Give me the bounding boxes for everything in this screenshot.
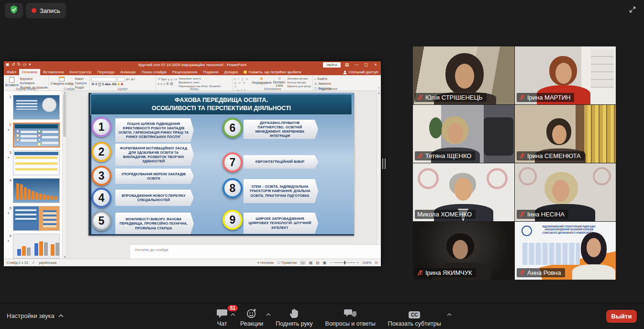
participant-tile-active-speaker[interactable]: Микола ХОМЕНКО <box>413 163 514 221</box>
copy-button[interactable]: Копіювати <box>20 81 47 85</box>
line-spacing-icon[interactable]: ↕≡ <box>174 78 178 81</box>
reading-view-icon[interactable]: ▤ <box>316 261 320 265</box>
find-button[interactable]: ⌕ Знайти <box>314 77 331 81</box>
normal-view-icon[interactable]: ▭ <box>300 261 306 265</box>
font-name-combobox[interactable] <box>91 77 116 81</box>
zoom-level[interactable]: 104% <box>362 261 371 265</box>
align-left-button[interactable]: ≡ <box>157 82 159 86</box>
align-center-button[interactable]: ≡ <box>160 82 162 86</box>
reactions-button[interactable]: Реакции <box>240 305 263 327</box>
chat-options-caret-icon[interactable] <box>231 311 235 318</box>
tab-transitions[interactable]: Переходи <box>94 69 117 75</box>
columns-button[interactable]: ▥ <box>170 82 173 86</box>
shrink-font-icon[interactable]: A˅ <box>131 78 135 81</box>
bold-button[interactable]: Ж <box>91 82 94 86</box>
qat-dropdown-icon[interactable]: ▾ <box>29 61 31 68</box>
tab-help[interactable]: Довідка <box>222 69 241 75</box>
participant-tile[interactable]: Тетяна ІЩЕНКО <box>413 105 514 163</box>
minimize-button[interactable]: — <box>353 61 360 68</box>
thumbnail-preview-4[interactable] <box>13 178 60 203</box>
numbering-button[interactable]: №≡ <box>161 78 167 81</box>
text-direction-button[interactable]: Напрямок тексту <box>178 77 221 80</box>
arrange-button[interactable]: ▦Упорядкувати <box>252 76 271 87</box>
thumbnail-preview-2[interactable] <box>13 123 60 147</box>
ribbon-display-options-icon[interactable]: ▤ <box>344 61 350 68</box>
slide-thumbnail-6[interactable]: 6 ★ <box>6 234 67 259</box>
redo-icon[interactable]: ↻ <box>17 61 21 68</box>
collapse-ribbon-icon[interactable]: ˄ <box>378 86 379 90</box>
tab-slideshow[interactable]: Показ слайдів <box>139 69 169 75</box>
tab-review[interactable]: Рецензування <box>169 69 200 75</box>
italic-button[interactable]: К <box>95 82 97 86</box>
share-button[interactable]: Спільний доступ <box>343 70 378 74</box>
justify-button[interactable]: ≣ <box>166 82 169 86</box>
align-text-button[interactable]: Вирівняти текст <box>178 81 221 84</box>
slide-canvas[interactable]: ФАХОВА ПЕРЕДВИЩА ОСВІТА. ОСОБЛИВОСТІ ТА … <box>89 93 354 236</box>
align-right-button[interactable]: ≡ <box>163 82 165 86</box>
paste-button[interactable]: Вставити <box>5 76 19 87</box>
slideshow-icon[interactable]: ▭ <box>23 61 27 68</box>
layout-button[interactable]: Макет <box>75 77 87 80</box>
quick-access-toolbar[interactable]: ▣↺↻▭▾ <box>6 61 31 68</box>
tab-design[interactable]: Конструктор <box>67 69 95 75</box>
zoom-slider[interactable]: −+ <box>330 261 359 265</box>
new-slide-button[interactable]: Створити слайд <box>50 76 73 87</box>
fit-to-window-icon[interactable]: ⊡ <box>375 261 378 265</box>
reset-button[interactable]: Скинути <box>75 81 87 85</box>
panel-divider-handle[interactable] <box>382 159 386 169</box>
thumbnail-preview-3[interactable] <box>13 150 60 175</box>
scrollbar-thumb[interactable] <box>63 94 66 137</box>
participant-tile[interactable]: Ірина МАРТИН <box>515 46 616 104</box>
spellcheck-icon[interactable]: ✓ <box>32 261 35 265</box>
recording-indicator[interactable]: Запись <box>26 3 66 18</box>
tab-insert[interactable]: Вставлення <box>40 69 67 75</box>
slide-thumbnail-3[interactable]: 3 ★ <box>6 150 67 175</box>
thumbnail-preview-5[interactable] <box>13 206 60 231</box>
grow-font-icon[interactable]: A˄ <box>126 78 130 81</box>
quick-styles-button[interactable]: ◘Експрес-стилі <box>273 76 286 87</box>
scroll-up-icon[interactable]: ▲ <box>377 91 381 94</box>
captions-button[interactable]: CC Показать субтитры <box>388 305 441 327</box>
close-button[interactable]: × <box>372 61 379 68</box>
security-shield-button[interactable] <box>5 3 23 18</box>
slide-thumbnail-2[interactable]: 2 ★ <box>6 123 67 147</box>
slide-thumbnail-5[interactable]: 5 ★ <box>6 206 67 231</box>
notes-toggle[interactable]: ≡ Нотатки <box>257 261 274 265</box>
slide-thumbnail-1[interactable]: 1 <box>6 95 67 120</box>
strikethrough-button[interactable]: abc <box>105 82 111 86</box>
indent-decrease-icon[interactable]: ≤ <box>168 78 170 81</box>
tab-view[interactable]: Подання <box>200 69 221 75</box>
thumbnail-scrollbar[interactable]: ▲ ▼ <box>62 91 67 259</box>
highlight-button[interactable]: А <box>118 82 120 86</box>
undo-icon[interactable]: ↺ <box>12 61 15 68</box>
bullets-button[interactable]: ⁝≡ <box>157 77 160 81</box>
language-indicator[interactable]: українська <box>39 261 56 265</box>
slide-sorter-view-icon[interactable]: ▦ <box>309 261 313 265</box>
replace-button[interactable]: ♺ Замінити <box>314 82 331 86</box>
notes-pane[interactable]: Нотатки до слайда <box>130 244 381 259</box>
tab-home[interactable]: Основне <box>19 69 40 75</box>
participant-tile[interactable]: ВІДОКРЕМЛЕНИЙ СТРУКТУРНИЙ ПІДРОЗДІЛ «МАШ… <box>515 222 616 280</box>
participant-tile[interactable]: Ірина ЯКИМЧУК <box>413 222 514 280</box>
shape-outline-button[interactable]: Контур фігури <box>288 81 311 84</box>
slide-scrollbar[interactable]: ▲ ▼ <box>377 91 381 259</box>
indent-increase-icon[interactable]: ≥ <box>171 78 173 81</box>
char-spacing-icon[interactable]: АВ <box>111 82 116 86</box>
leave-meeting-button[interactable]: Выйти <box>606 310 637 323</box>
participant-tile[interactable]: Ірина СЕМЕНЮТА <box>515 105 616 163</box>
thumbnail-preview-6[interactable] <box>13 234 60 259</box>
chat-button[interactable]: 51 Чат <box>216 305 228 327</box>
font-color-button[interactable]: А <box>121 82 123 86</box>
sign-in-button[interactable]: Увійти <box>323 62 341 68</box>
comments-toggle[interactable]: 🗩 Примітки <box>277 261 297 265</box>
shape-fill-button[interactable]: Заливка фігури <box>288 77 311 80</box>
restore-button[interactable]: ◻ <box>363 61 369 68</box>
scroll-down-icon[interactable]: ▼ <box>63 256 67 259</box>
tab-animations[interactable]: Анімація <box>117 69 138 75</box>
audio-settings-button[interactable]: Настройки звука <box>7 312 64 319</box>
cut-button[interactable]: Вирізати <box>20 77 47 80</box>
underline-button[interactable]: П <box>99 82 101 86</box>
shadow-button[interactable]: S <box>102 82 104 86</box>
captions-options-caret-icon[interactable] <box>447 311 452 318</box>
qa-button[interactable]: Вопросы и ответы <box>325 305 376 327</box>
